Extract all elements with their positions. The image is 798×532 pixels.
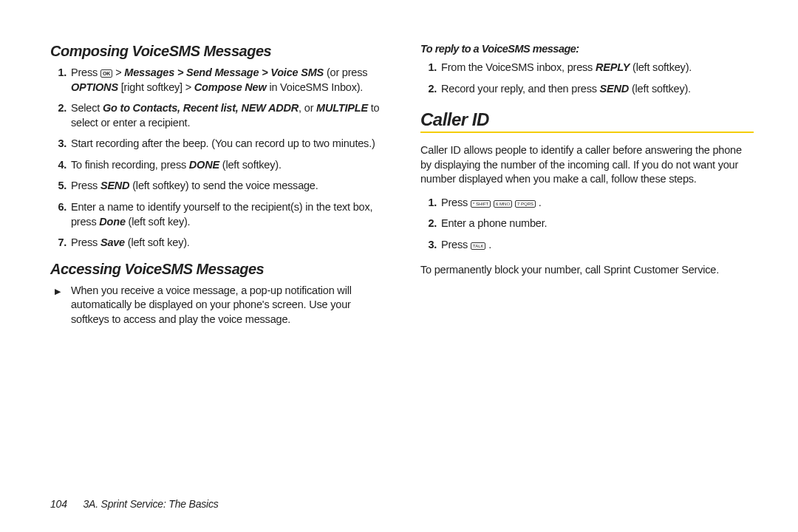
callerid-intro: Caller ID allows people to identify a ca…	[420, 143, 754, 187]
t: Press	[71, 180, 100, 191]
step-2: Select Go to Contacts, Recent list, NEW …	[69, 101, 383, 130]
t: (left softkey).	[629, 83, 691, 95]
t: (left softkey).	[219, 159, 282, 171]
t: .	[485, 239, 491, 250]
t: (left softkey) to send the voice message…	[129, 180, 318, 191]
talk-key-icon: TALK	[471, 242, 486, 250]
t: (left softkey).	[630, 61, 692, 73]
t: Press	[71, 236, 100, 248]
heading-composing: Composing VoiceSMS Messages	[50, 43, 383, 60]
reply-step-1: From the VoiceSMS inbox, press REPLY (le…	[440, 61, 754, 75]
t: OPTIONS	[71, 81, 118, 93]
accessing-list: When you receive a voice message, a pop-…	[50, 284, 383, 327]
t: (left soft key).	[125, 236, 190, 248]
step-1: Press OK > Messages > Send Message > Voi…	[69, 66, 383, 95]
t: >	[112, 66, 124, 78]
step-3: Start recording after the beep. (You can…	[69, 137, 383, 151]
heading-accessing: Accessing VoiceSMS Messages	[50, 261, 383, 278]
t: Select	[71, 102, 103, 114]
t: REPLY	[596, 61, 630, 73]
heading-callerid: Caller ID	[420, 109, 754, 130]
t: Save	[100, 236, 125, 248]
reply-step-2: Record your reply, and then press SEND (…	[440, 82, 754, 97]
six-key-icon: 6 MNO	[494, 200, 512, 208]
t: [right softkey] >	[118, 81, 194, 93]
page-body: Composing VoiceSMS Messages Press OK > M…	[0, 0, 798, 479]
reply-steps: From the VoiceSMS inbox, press REPLY (le…	[420, 61, 754, 96]
seven-key-icon: 7 PQRS	[515, 200, 536, 208]
t: Press	[441, 239, 471, 250]
t: .	[536, 197, 542, 208]
t: Done	[99, 216, 125, 228]
footer-title: 3A. Sprint Service: The Basics	[83, 498, 218, 510]
accessing-bullet: When you receive a voice message, a pop-…	[69, 284, 383, 327]
step-6: Enter a name to identify yourself to the…	[69, 200, 383, 229]
t: SEND	[600, 83, 630, 95]
t: in VoiceSMS Inbox).	[267, 81, 364, 93]
step-4: To finish recording, press DONE (left so…	[69, 158, 383, 173]
callerid-rule	[420, 132, 754, 133]
t: Go to Contacts, Recent list, NEW ADDR	[103, 102, 299, 114]
menu-ok-key-icon: OK	[100, 69, 113, 78]
callerid-perm: To permanently block your number, call S…	[420, 263, 754, 278]
t: Messages > Send Message > Voice SMS	[124, 66, 324, 78]
t: To finish recording, press	[71, 159, 189, 171]
t: Record your reply, and then press	[441, 83, 600, 95]
step-5: Press SEND (left softkey) to send the vo…	[69, 179, 383, 194]
t: Compose New	[194, 81, 267, 93]
t: , or	[299, 102, 316, 114]
star-key-icon: * SHIFT	[471, 200, 491, 208]
t: DONE	[189, 159, 219, 171]
t: Press	[71, 66, 100, 78]
step-7: Press Save (left soft key).	[69, 236, 383, 250]
cid-step-2: Enter a phone number.	[440, 216, 754, 231]
t: Press	[441, 197, 471, 208]
t: SEND	[100, 180, 130, 191]
composing-steps: Press OK > Messages > Send Message > Voi…	[50, 66, 383, 250]
t: (left soft key).	[126, 216, 191, 228]
t: From the VoiceSMS inbox, press	[441, 61, 596, 73]
page-number: 104	[50, 498, 67, 510]
heading-reply: To reply to a VoiceSMS message:	[420, 43, 754, 55]
cid-step-1: Press * SHIFT 6 MNO 7 PQRS .	[440, 196, 754, 211]
t: (or press	[324, 66, 367, 78]
t: MULTIPLE	[316, 102, 368, 114]
callerid-steps: Press * SHIFT 6 MNO 7 PQRS . Enter a pho…	[420, 196, 754, 253]
page-footer: 104 3A. Sprint Service: The Basics	[50, 498, 219, 510]
cid-step-3: Press TALK .	[440, 238, 754, 253]
